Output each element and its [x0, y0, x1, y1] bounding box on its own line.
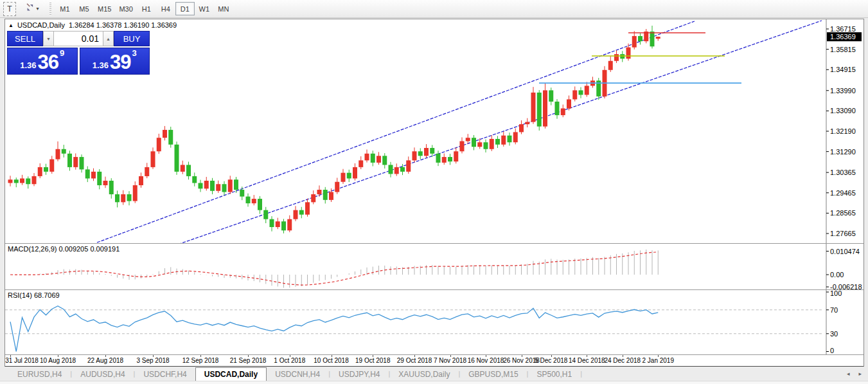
timeframe-h4[interactable]: H4 — [156, 2, 175, 15]
rsi-axis-label: 100 — [830, 290, 842, 297]
tab-gbpusd-m15[interactable]: GBPUSD,M15 — [460, 368, 526, 381]
rsi-pane[interactable]: 10070300 RSI(14) 68.7069 — [5, 289, 864, 354]
candle-body — [56, 149, 60, 160]
price-axis-label: 1.33090 — [830, 107, 856, 114]
tab-usdjpy-h4[interactable]: USDJPY,H4 — [330, 368, 388, 381]
tab-scroll-right-icon[interactable]: ▸ — [858, 370, 862, 377]
candle-body — [608, 61, 613, 70]
arrow-objects-button[interactable]: ▾ — [21, 2, 43, 16]
tab-usdcad-daily[interactable]: USDCAD,Daily — [195, 367, 267, 381]
timeframe-h1[interactable]: H1 — [137, 2, 156, 15]
timeframe-w1[interactable]: W1 — [195, 2, 214, 15]
candle-body — [73, 157, 78, 167]
candle-body — [294, 210, 298, 219]
sell-button[interactable]: SELL — [7, 31, 43, 46]
candle-body — [347, 173, 351, 179]
rsi-line — [10, 306, 658, 352]
date-label: 10 Oct 2018 — [314, 357, 348, 364]
sell-price-box[interactable]: 1.36 36 9 — [7, 48, 78, 75]
text-tool-button[interactable]: T — [3, 2, 16, 16]
tab-sp500-h1[interactable]: SP500,H1 — [528, 368, 580, 381]
tab-xauusd-daily[interactable]: XAUUSD,Daily — [390, 368, 458, 381]
price-axis-label: 1.28565 — [830, 209, 856, 217]
candle-body — [585, 86, 589, 95]
timeframe-mn[interactable]: MN — [214, 2, 233, 15]
candle-body — [579, 90, 583, 95]
tab-scroll-left-icon[interactable]: ◂ — [847, 370, 850, 377]
chart-tab-bar: EURUSD,H4| AUDUSD,H4| USDCHF,H4 USDCAD,D… — [0, 367, 868, 381]
candle-body — [382, 156, 387, 165]
date-axis[interactable]: 31 Jul 201810 Aug 201822 Aug 20183 Sep 2… — [5, 354, 864, 366]
rsi-axis-label: 30 — [830, 330, 838, 338]
macd-label: MACD(12,26,9) 0.009205 0.009191 — [8, 245, 120, 253]
candle-body — [477, 142, 482, 147]
candle-body — [91, 172, 96, 179]
current-price-label: 1.36369 — [830, 33, 856, 41]
candle-body — [168, 130, 173, 145]
candle-body — [163, 130, 167, 138]
volume-increase-button[interactable]: ▲ — [103, 31, 114, 46]
price-axis-label: 1.36715 — [830, 25, 856, 33]
candle-body — [192, 176, 197, 183]
candle-body — [8, 179, 13, 183]
macd-pane[interactable]: 0.0104740.00-0.006218 MACD(12,26,9) 0.00… — [5, 243, 864, 289]
chart-window: 1.367151.358151.349151.339901.330901.321… — [4, 19, 864, 367]
candle-body — [329, 192, 333, 200]
candle-body — [501, 136, 506, 145]
candle-body — [572, 90, 577, 99]
candle-body — [103, 181, 108, 185]
candle-body — [460, 141, 465, 151]
buy-button[interactable]: BUY — [114, 31, 150, 46]
rsi-label: RSI(14) 68.7069 — [8, 291, 60, 299]
candle-body — [376, 156, 381, 163]
price-pane[interactable]: 1.367151.358151.349151.339901.330901.321… — [5, 19, 864, 243]
candle-body — [484, 142, 488, 149]
status-strip — [0, 381, 868, 384]
price-axis-label: 1.27665 — [830, 230, 856, 237]
buy-price-prefix: 1.36 — [93, 59, 109, 72]
candle-body — [20, 178, 24, 183]
toolbar-grip — [49, 3, 51, 15]
price-axis-label: 1.33990 — [830, 87, 856, 95]
rsi-axis-label: 70 — [830, 306, 838, 314]
timeframe-d1[interactable]: D1 — [175, 2, 195, 15]
candle-body — [508, 136, 512, 143]
candle-body — [222, 184, 227, 192]
rsi-chart[interactable]: 10070300 — [5, 290, 864, 354]
candle-body — [394, 167, 399, 174]
date-label: 19 Oct 2018 — [355, 357, 390, 364]
candle-body — [656, 37, 660, 39]
candle-body — [371, 154, 375, 163]
price-axis-label: 1.30365 — [830, 169, 856, 176]
candle-body — [175, 145, 179, 172]
candle-body — [62, 149, 66, 154]
tab-audusd-h4[interactable]: AUDUSD,H4 — [72, 368, 133, 381]
candle-body — [157, 138, 161, 151]
candle-body — [513, 132, 518, 142]
tab-eurusd-h4[interactable]: EURUSD,H4 — [9, 368, 70, 381]
date-label: 12 Sep 2018 — [182, 357, 219, 364]
candle-body — [115, 194, 120, 202]
buy-price-big: 39 — [110, 53, 130, 71]
candle-body — [246, 197, 251, 204]
date-label: 24 Dec 2018 — [604, 357, 641, 364]
sell-price-big: 36 — [38, 53, 58, 71]
tab-usdcnh-h4[interactable]: USDCNH,H4 — [267, 368, 328, 381]
sell-price-prefix: 1.36 — [20, 59, 36, 72]
volume-decrease-button[interactable]: ▼ — [43, 31, 54, 46]
date-label: 10 Aug 2018 — [40, 357, 76, 364]
timeframe-m5[interactable]: M5 — [75, 2, 94, 15]
candle-body — [276, 221, 280, 227]
tab-usdchf-h4[interactable]: USDCHF,H4 — [135, 368, 195, 381]
timeframe-m15[interactable]: M15 — [94, 2, 115, 15]
date-label: 7 Nov 2018 — [434, 357, 466, 364]
candle-body — [412, 151, 417, 160]
timeframe-m30[interactable]: M30 — [115, 2, 136, 15]
collapse-arrow-icon[interactable]: ▲ — [8, 23, 13, 28]
buy-price-box[interactable]: 1.36 39 3 — [80, 48, 150, 75]
macd-chart[interactable]: 0.0104740.00-0.006218 — [5, 244, 864, 289]
candle-body — [258, 199, 262, 210]
candle-body — [466, 138, 470, 141]
timeframe-m1[interactable]: M1 — [55, 2, 75, 15]
volume-input[interactable] — [54, 32, 103, 46]
